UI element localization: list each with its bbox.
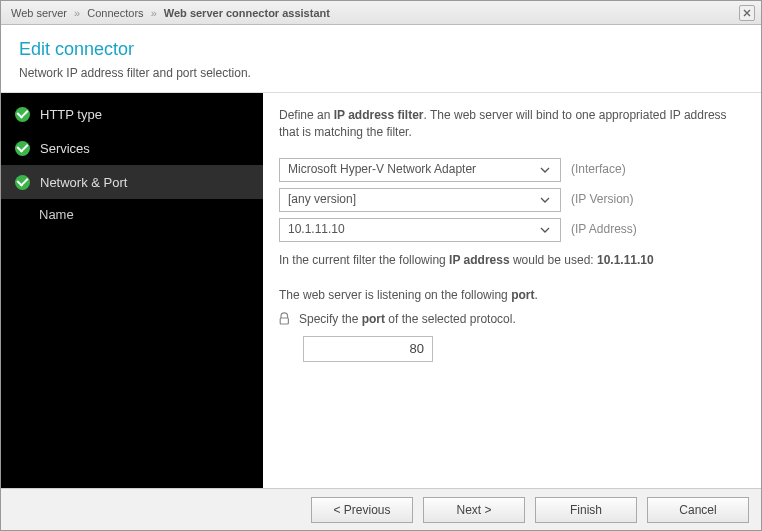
finish-button[interactable]: Finish bbox=[535, 497, 637, 523]
ipaddress-label: (IP Address) bbox=[571, 221, 637, 238]
sidebar-subitem-name[interactable]: Name bbox=[1, 199, 263, 229]
titlebar: Web server » Connectors » Web server con… bbox=[1, 1, 761, 25]
check-icon bbox=[15, 107, 30, 122]
select-value: [any version] bbox=[288, 191, 356, 208]
close-icon bbox=[743, 9, 751, 17]
intro-text: Define an IP address filter. The web ser… bbox=[279, 107, 745, 142]
select-value: 10.1.11.10 bbox=[288, 221, 345, 238]
port-input[interactable] bbox=[303, 336, 433, 362]
body: HTTP type Services Network & Port Name D… bbox=[1, 93, 761, 495]
cancel-button[interactable]: Cancel bbox=[647, 497, 749, 523]
sidebar-item-network-port[interactable]: Network & Port bbox=[1, 165, 263, 199]
header: Edit connector Network IP address filter… bbox=[1, 25, 761, 93]
text: . bbox=[534, 288, 537, 302]
svg-rect-0 bbox=[280, 318, 288, 324]
breadcrumb: Web server » Connectors » Web server con… bbox=[11, 7, 330, 19]
lock-icon bbox=[279, 312, 291, 326]
text: The web server is listening on the follo… bbox=[279, 288, 511, 302]
sidebar-item-http-type[interactable]: HTTP type bbox=[1, 97, 263, 131]
sidebar-item-label: Services bbox=[40, 141, 90, 156]
chevron-down-icon bbox=[536, 197, 554, 203]
ipaddress-row: 10.1.11.10 (IP Address) bbox=[279, 218, 745, 242]
text: Define an bbox=[279, 108, 334, 122]
previous-button[interactable]: < Previous bbox=[311, 497, 413, 523]
breadcrumb-part[interactable]: Web server bbox=[11, 7, 67, 19]
text-bold: port bbox=[362, 312, 385, 326]
close-button[interactable] bbox=[739, 5, 755, 21]
text: Specify the bbox=[299, 312, 362, 326]
chevron-down-icon bbox=[536, 167, 554, 173]
page-subtitle: Network IP address filter and port selec… bbox=[19, 66, 743, 80]
text: In the current filter the following bbox=[279, 253, 449, 267]
text: of the selected protocol. bbox=[385, 312, 516, 326]
sidebar-item-label: HTTP type bbox=[40, 107, 102, 122]
text-bold: 10.1.11.10 bbox=[597, 253, 654, 267]
breadcrumb-current: Web server connector assistant bbox=[164, 7, 330, 19]
select-value: Microsoft Hyper-V Network Adapter bbox=[288, 161, 476, 178]
breadcrumb-sep: » bbox=[151, 7, 157, 19]
interface-select[interactable]: Microsoft Hyper-V Network Adapter bbox=[279, 158, 561, 182]
text-bold: port bbox=[511, 288, 534, 302]
check-icon bbox=[15, 141, 30, 156]
filter-result-text: In the current filter the following IP a… bbox=[279, 252, 745, 269]
wizard-footer: < Previous Next > Finish Cancel bbox=[1, 488, 761, 530]
content-pane: Define an IP address filter. The web ser… bbox=[263, 93, 761, 495]
ipaddress-select[interactable]: 10.1.11.10 bbox=[279, 218, 561, 242]
breadcrumb-part[interactable]: Connectors bbox=[87, 7, 143, 19]
text-bold: IP address bbox=[449, 253, 509, 267]
ipversion-select[interactable]: [any version] bbox=[279, 188, 561, 212]
page-title: Edit connector bbox=[19, 39, 743, 60]
port-spec-text: Specify the port of the selected protoco… bbox=[299, 311, 516, 328]
wizard-sidebar: HTTP type Services Network & Port Name bbox=[1, 93, 263, 495]
port-input-wrap bbox=[303, 336, 745, 362]
port-spec-row: Specify the port of the selected protoco… bbox=[279, 311, 745, 328]
sidebar-item-label: Network & Port bbox=[40, 175, 127, 190]
next-button[interactable]: Next > bbox=[423, 497, 525, 523]
check-icon bbox=[15, 175, 30, 190]
port-intro-text: The web server is listening on the follo… bbox=[279, 287, 745, 304]
interface-label: (Interface) bbox=[571, 161, 626, 178]
ipversion-label: (IP Version) bbox=[571, 191, 633, 208]
text: would be used: bbox=[510, 253, 597, 267]
breadcrumb-sep: » bbox=[74, 7, 80, 19]
sidebar-item-label: Name bbox=[39, 207, 74, 222]
ipversion-row: [any version] (IP Version) bbox=[279, 188, 745, 212]
sidebar-item-services[interactable]: Services bbox=[1, 131, 263, 165]
interface-row: Microsoft Hyper-V Network Adapter (Inter… bbox=[279, 158, 745, 182]
chevron-down-icon bbox=[536, 227, 554, 233]
text-bold: IP address filter bbox=[334, 108, 424, 122]
